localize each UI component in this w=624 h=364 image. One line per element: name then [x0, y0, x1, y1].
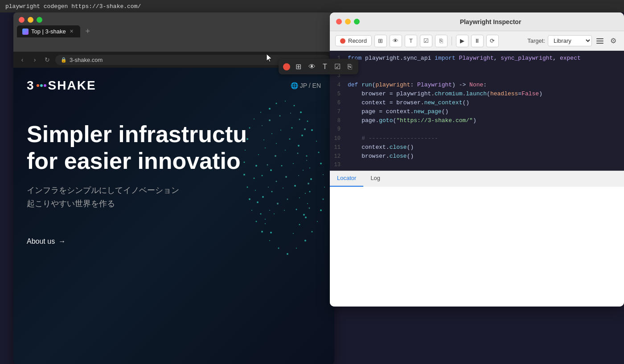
pw-log-tab[interactable]: Log: [363, 171, 387, 187]
back-button[interactable]: ‹: [18, 56, 27, 63]
pw-locator-tab[interactable]: Locator: [330, 171, 363, 187]
hero-jp-line2: 起こりやすい世界を作る: [27, 197, 321, 211]
overlay-record-dot[interactable]: [283, 63, 290, 70]
pw-maximize-button[interactable]: [354, 19, 360, 25]
lang-text: JP / EN: [300, 82, 321, 89]
browser-traffic-lights: [13, 12, 334, 25]
code-line-10: 10 # --------------------: [330, 135, 624, 143]
logo-shake: SHAKE: [48, 78, 96, 93]
new-tab-button[interactable]: +: [82, 26, 94, 37]
pw-copy-button[interactable]: ⎘: [435, 35, 447, 47]
pw-record-label: Record: [348, 37, 367, 44]
pw-traffic-lights: [336, 19, 360, 25]
code-line-12: 12 browser.close(): [330, 152, 624, 161]
pw-target-section: Target: Library JavaScript Python Java C…: [527, 35, 592, 46]
forward-button[interactable]: ›: [30, 56, 39, 63]
pw-record-indicator: [340, 38, 345, 44]
terminal-bar: playwright codegen https://3-shake.com/: [0, 0, 624, 12]
website-content: 3 SHAKE 🌐 JP / EN Simpler infrastructu f…: [13, 68, 334, 364]
menu-bar-3: [596, 43, 603, 44]
hero-heading-line1: Simpler infrastructu: [27, 121, 247, 147]
pw-code-editor[interactable]: 1 from playwright.sync_api import Playwr…: [330, 51, 624, 171]
pw-inspect-button[interactable]: 👁: [390, 35, 402, 47]
overlay-copy-button[interactable]: ⎘: [346, 62, 354, 72]
hero-jp-line1: インフラをシンプルにしてイノベーション: [27, 184, 321, 197]
code-line-13: 13: [330, 161, 624, 170]
overlay-assert-text-button[interactable]: T: [321, 62, 329, 72]
code-line-1: 1 from playwright.sync_api import Playwr…: [330, 54, 624, 63]
browser-minimize-button[interactable]: [28, 17, 33, 23]
pw-menu-button[interactable]: [595, 36, 605, 46]
address-text: 3-shake.com: [70, 57, 103, 63]
code-line-8: 8 page.goto("https://3-shake.com/"): [330, 117, 624, 126]
language-switcher[interactable]: 🌐 JP / EN: [291, 82, 321, 89]
browser-close-button[interactable]: [19, 17, 25, 23]
about-us-arrow: →: [58, 237, 66, 245]
tab-close-button[interactable]: ✕: [69, 29, 75, 35]
hero-heading-line2: for easier innovatio: [27, 148, 241, 174]
pw-bottom-tabs: Locator Log: [330, 171, 624, 187]
logo-text: 3: [27, 78, 35, 93]
browser-chrome: Top | 3-shake ✕ +: [13, 12, 334, 52]
pw-assert-text-button[interactable]: T: [405, 35, 417, 47]
overlay-pick-button[interactable]: ⊞: [294, 61, 303, 72]
reload-button[interactable]: ↻: [43, 56, 52, 63]
pw-minimize-button[interactable]: [345, 19, 351, 25]
pw-toolbar: Record ⊞ 👁 T ☑ ⎘ ▶ ⏸ ⟳ Target: Library J…: [330, 31, 624, 51]
pw-step-button[interactable]: ⟳: [486, 35, 499, 47]
browser-tabs: Top | 3-shake ✕ +: [13, 25, 334, 37]
browser-tab-active[interactable]: Top | 3-shake ✕: [17, 25, 80, 37]
tab-title: Top | 3-shake: [31, 28, 66, 35]
about-us-link[interactable]: About us →: [13, 237, 334, 245]
pw-inspector-title: Playwright Inspector: [363, 18, 618, 25]
pw-overlay-toolbar: ⊞ 👁 T ☑ ⎘: [279, 59, 358, 74]
svg-point-31: [296, 248, 297, 249]
svg-point-32: [287, 253, 288, 255]
menu-bar-2: [596, 41, 603, 41]
overlay-eye-button[interactable]: 👁: [307, 62, 317, 72]
pw-pick-locator-button[interactable]: ⊞: [374, 35, 387, 47]
code-line-6: 6 context = browser.new_context(): [330, 99, 624, 108]
site-logo: 3 SHAKE: [27, 78, 96, 93]
overlay-assert-check-button[interactable]: ☑: [333, 61, 342, 72]
pw-locator-area: [330, 187, 624, 307]
pw-pause-button[interactable]: ⏸: [471, 35, 484, 47]
pw-run-button[interactable]: ▶: [456, 35, 468, 47]
about-us-text: About us: [27, 237, 55, 245]
code-line-7: 7 page = context.new_page(): [330, 108, 624, 117]
hero-japanese-text: インフラをシンプルにしてイノベーション 起こりやすい世界を作る: [27, 184, 321, 211]
pw-target-label: Target:: [527, 37, 545, 44]
code-line-5: 5 browser = playwright.chromium.launch(h…: [330, 90, 624, 99]
pw-target-select[interactable]: Library JavaScript Python Java C#: [548, 35, 592, 46]
browser-maximize-button[interactable]: [37, 17, 42, 23]
menu-bar-1: [596, 38, 603, 39]
code-line-3: 3: [330, 72, 624, 81]
pw-inspector-window: Playwright Inspector Record ⊞ 👁 T ☑ ⎘ ▶ …: [330, 12, 624, 307]
logo-dots: [37, 84, 46, 87]
code-line-11: 11 context.close(): [330, 143, 624, 152]
hero-heading: Simpler infrastructu for easier innovati…: [27, 121, 321, 175]
code-line-2: 2: [330, 63, 624, 72]
svg-point-30: [278, 248, 279, 249]
code-line-9: 9: [330, 126, 624, 135]
code-line-4: 4 def run(playwright: Playwright) -> Non…: [330, 81, 624, 90]
site-hero: Simpler infrastructu for easier innovati…: [13, 103, 334, 237]
pw-assert-value-button[interactable]: ☑: [420, 35, 432, 47]
pw-close-button[interactable]: [336, 19, 342, 25]
terminal-command: playwright codegen https://3-shake.com/: [5, 3, 141, 10]
tab-favicon-icon: [22, 29, 29, 35]
pw-record-button[interactable]: Record: [335, 35, 372, 46]
lock-icon: 🔒: [61, 57, 67, 63]
pw-titlebar: Playwright Inspector: [330, 12, 624, 31]
toolbar-separator: [452, 37, 452, 45]
pw-settings-button[interactable]: ⚙: [608, 36, 619, 46]
globe-icon: 🌐: [291, 82, 298, 89]
